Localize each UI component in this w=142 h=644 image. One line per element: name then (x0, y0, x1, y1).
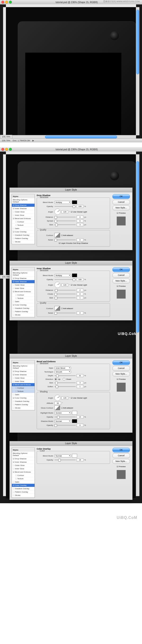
noise-value[interactable]: 0 (77, 312, 83, 314)
hi-opacity-value[interactable]: 13 (77, 416, 83, 418)
size-value[interactable]: 3 (77, 381, 83, 384)
angle-value[interactable]: 120 (62, 396, 68, 400)
preview-check[interactable]: Preview (117, 285, 126, 287)
size-value[interactable]: 3 (77, 223, 83, 226)
distance-slider[interactable] (54, 290, 76, 290)
technique-select[interactable]: Smooth (54, 370, 71, 374)
opacity-value[interactable]: 19 (77, 458, 83, 462)
new-style-button[interactable]: New Style... (112, 372, 130, 376)
style-stroke[interactable]: Stroke (12, 406, 35, 410)
blend-mode-select[interactable]: Multiply (54, 274, 71, 277)
style-drop-shadow[interactable]: Drop Shadow (12, 277, 35, 280)
noise-slider[interactable] (54, 240, 76, 240)
highlight-color-swatch[interactable] (72, 411, 77, 415)
angle-dial[interactable] (54, 282, 61, 288)
angle-dial[interactable] (54, 395, 61, 401)
scroll-thumb-h[interactable] (45, 136, 117, 138)
style-inner-glow[interactable]: Inner Glow (12, 467, 35, 470)
ok-button[interactable]: OK (112, 360, 130, 365)
knockout-check[interactable]: Layer Knocks Out Drop Shadow (59, 242, 88, 244)
style-blending[interactable]: Blending Options: Default (12, 452, 35, 457)
gloss-contour-picker[interactable] (54, 406, 60, 410)
ok-button[interactable]: OK (112, 267, 130, 272)
opacity-slider[interactable] (54, 206, 76, 207)
new-style-button[interactable]: New Style... (112, 459, 130, 464)
size-slider[interactable] (54, 382, 76, 383)
style-satin[interactable]: Satin (12, 393, 35, 396)
spread-slider[interactable] (54, 220, 76, 221)
shadow-color-swatch[interactable] (72, 419, 77, 423)
style-satin[interactable]: Satin (12, 480, 35, 484)
angle-dial[interactable] (54, 209, 61, 215)
style-inner-shadow[interactable]: Inner Shadow (12, 280, 35, 284)
contour-picker[interactable] (54, 306, 60, 311)
size-slider[interactable] (54, 224, 76, 225)
bevel-style-select[interactable]: Inner Bevel (54, 366, 71, 370)
sh-opacity-slider[interactable] (54, 425, 76, 426)
canvas-area[interactable] (6, 7, 136, 135)
style-texture[interactable]: Texture (12, 477, 35, 480)
style-inner-glow[interactable]: Inner Glow (12, 380, 35, 383)
style-gradient-overlay[interactable]: Gradient Overlay (12, 307, 35, 310)
style-color-overlay[interactable]: Color Overlay (12, 303, 35, 307)
style-texture[interactable]: Texture (12, 390, 35, 393)
style-blending[interactable]: Blending Options: Default (12, 198, 35, 204)
style-outer-glow[interactable]: Outer Glow (12, 464, 35, 467)
style-gradient-overlay[interactable]: Gradient Overlay (12, 400, 35, 403)
distance-value[interactable]: 0 (77, 216, 83, 218)
angle-value[interactable]: 120 (62, 210, 68, 214)
choke-slider[interactable] (54, 294, 76, 294)
contour-picker[interactable] (54, 233, 60, 238)
style-pattern-overlay[interactable]: Pattern Overlay (12, 237, 35, 240)
style-inner-shadow[interactable]: Inner Shadow (12, 207, 35, 210)
style-drop-shadow[interactable]: Drop Shadow (12, 457, 35, 460)
styles-list[interactable]: Styles Blending Options: Default Drop Sh… (12, 194, 35, 244)
close-icon[interactable] (1, 1, 4, 4)
highlight-mode-select[interactable]: Screen (54, 411, 71, 414)
minimize-icon[interactable] (5, 1, 8, 4)
shadow-color-swatch[interactable] (72, 200, 77, 204)
use-global-light-check[interactable]: Use Global Light (71, 284, 87, 286)
style-stroke[interactable]: Stroke (12, 240, 35, 244)
zoom-icon[interactable] (9, 148, 12, 151)
scroll-thumb-v[interactable] (136, 10, 139, 74)
blend-mode-select[interactable]: Normal (54, 454, 71, 458)
use-global-light-check[interactable]: Use Global Light (71, 397, 87, 399)
depth-slider[interactable] (54, 375, 76, 376)
distance-slider[interactable] (54, 217, 76, 218)
opacity-slider[interactable] (54, 279, 76, 280)
styles-list[interactable]: Styles Blending Options: Default Drop Sh… (12, 267, 35, 317)
style-contour[interactable]: Contour (12, 294, 35, 297)
cancel-button[interactable]: Cancel (112, 200, 130, 204)
style-satin[interactable]: Satin (12, 227, 35, 230)
style-inner-shadow[interactable]: Inner Shadow (12, 460, 35, 464)
window-titlebar-2[interactable]: tutorial.psd @ 236% (Shape 15, RGB/8) (0, 147, 142, 152)
soften-value[interactable]: 1 (77, 385, 83, 388)
anti-aliased-check[interactable]: Anti-aliased (61, 407, 73, 409)
size-slider[interactable] (54, 298, 76, 298)
hi-opacity-slider[interactable] (54, 416, 76, 417)
preview-check[interactable]: Preview (117, 378, 126, 380)
preview-check[interactable]: Preview (117, 466, 126, 468)
new-style-button[interactable]: New Style... (112, 206, 130, 210)
scrollbar-horizontal[interactable] (6, 135, 136, 139)
spread-value[interactable]: 0 (77, 219, 83, 222)
style-color-overlay[interactable]: Color Overlay (12, 230, 35, 234)
noise-slider[interactable] (54, 312, 76, 313)
preview-check[interactable]: Preview (117, 212, 126, 214)
depth-value[interactable]: 31 (77, 374, 83, 377)
styles-list[interactable]: Styles Blending Options: Default Drop Sh… (12, 448, 35, 498)
scrollbar-vertical[interactable] (136, 154, 140, 496)
style-drop-shadow[interactable]: Drop Shadow (12, 204, 35, 207)
style-contour[interactable]: Contour (12, 474, 35, 477)
opacity-value[interactable]: 100 (77, 205, 83, 208)
opacity-slider[interactable] (54, 460, 76, 460)
zoom-icon[interactable] (9, 1, 12, 4)
style-outer-glow[interactable]: Outer Glow (12, 210, 35, 214)
style-outer-glow[interactable]: Outer Glow (12, 284, 35, 287)
color-swatch[interactable] (72, 274, 77, 277)
soften-slider[interactable] (54, 386, 76, 387)
direction-down-radio[interactable] (63, 378, 65, 380)
cancel-button[interactable]: Cancel (112, 366, 130, 371)
style-contour[interactable]: Contour (12, 386, 35, 390)
